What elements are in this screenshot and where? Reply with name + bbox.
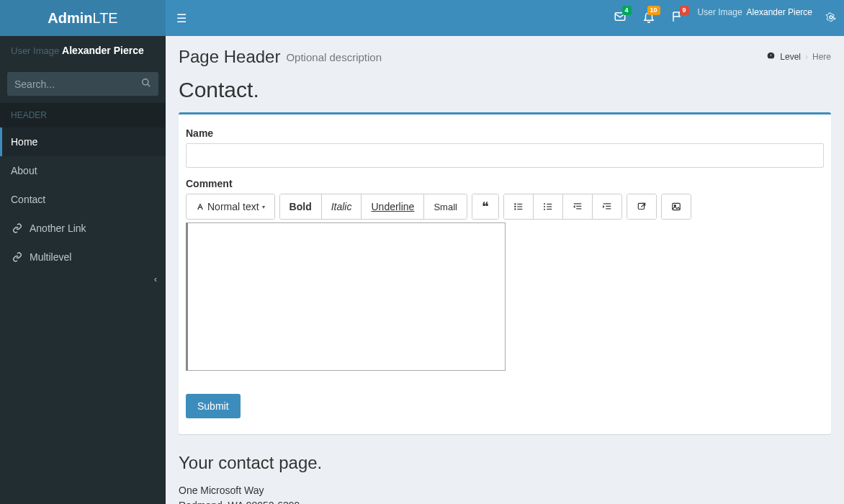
contact-heading: Contact. <box>179 78 831 102</box>
brand-logo[interactable]: AdminLTE <box>0 0 166 36</box>
main: ☰ 4 10 9 User Image Alexander Pierce . P… <box>166 0 844 504</box>
svg-rect-7 <box>517 206 522 207</box>
page-title: Page Header <box>179 47 280 67</box>
topbar-user[interactable]: User Image Alexander Pierce . <box>692 7 818 29</box>
image-button[interactable] <box>662 194 691 219</box>
svg-rect-21 <box>606 208 611 209</box>
submit-button[interactable]: Submit <box>186 394 241 418</box>
svg-rect-14 <box>544 209 545 210</box>
topbar-user-image-label: User Image Alexander Pierce <box>698 7 812 18</box>
breadcrumb: Level › Here <box>766 51 831 63</box>
font-icon <box>196 202 205 212</box>
quote-button[interactable]: ❝ <box>472 194 498 219</box>
svg-rect-18 <box>576 208 581 209</box>
svg-rect-11 <box>547 204 552 204</box>
svg-point-3 <box>830 16 832 19</box>
caret-down-icon: ▾ <box>262 204 265 210</box>
svg-line-1 <box>148 84 151 87</box>
comment-editor[interactable] <box>186 222 506 371</box>
sidebar-item-home[interactable]: Home <box>0 127 166 156</box>
breadcrumb-level[interactable]: Level <box>780 52 801 62</box>
comment-label: Comment <box>186 178 824 189</box>
name-input[interactable] <box>186 143 824 168</box>
search-input[interactable] <box>14 78 141 90</box>
svg-rect-17 <box>576 206 581 207</box>
underline-button[interactable]: Underline <box>361 194 423 219</box>
svg-rect-10 <box>544 203 545 204</box>
contact-form-box: Name Comment Normal text ▾ Bold I <box>179 112 831 434</box>
ul-button[interactable] <box>504 194 533 219</box>
editor-toolbar: Normal text ▾ Bold Italic Underline Smal… <box>186 194 824 220</box>
svg-rect-19 <box>603 203 611 204</box>
svg-point-4 <box>514 203 516 204</box>
small-button[interactable]: Small <box>423 194 467 219</box>
gear-icon[interactable] <box>818 12 844 25</box>
svg-rect-16 <box>574 203 582 204</box>
svg-rect-23 <box>673 203 681 210</box>
search-icon[interactable] <box>141 78 151 90</box>
topbar-mail[interactable]: 4 <box>606 10 634 26</box>
svg-rect-15 <box>547 209 552 210</box>
page-subtitle: Optional description <box>286 51 382 63</box>
bell-badge: 10 <box>647 6 660 15</box>
dashboard-icon <box>766 51 776 63</box>
svg-point-0 <box>143 79 148 85</box>
indent-button[interactable] <box>592 194 621 219</box>
svg-rect-13 <box>547 206 552 207</box>
sidebar-search[interactable] <box>7 72 158 96</box>
svg-rect-12 <box>544 206 545 207</box>
contact-page-heading: Your contact page. <box>179 453 831 473</box>
svg-point-6 <box>514 206 516 207</box>
font-style-dropdown[interactable]: Normal text ▾ <box>187 194 274 219</box>
svg-point-8 <box>514 208 516 210</box>
content-header: Page Header Optional description Level ›… <box>166 36 844 67</box>
sidebar-menu: Home About Contact Another Link Multilev… <box>0 127 166 271</box>
user-image-label: User Image <box>11 45 59 56</box>
topbar: ☰ 4 10 9 User Image Alexander Pierce . <box>166 0 844 36</box>
sidebar-item-multilevel[interactable]: Multilevel <box>0 243 166 271</box>
italic-button[interactable]: Italic <box>321 194 362 219</box>
svg-rect-9 <box>517 209 522 210</box>
link-button[interactable] <box>627 194 656 219</box>
sidebar: AdminLTE User Image Alexander Pierce HEA… <box>0 0 166 504</box>
svg-rect-5 <box>517 204 522 204</box>
sidebar-toggle-icon[interactable]: ☰ <box>166 12 197 25</box>
sidebar-item-another-link[interactable]: Another Link <box>0 214 166 243</box>
sidebar-item-contact[interactable]: Contact <box>0 185 166 214</box>
sidebar-item-about[interactable]: About <box>0 156 166 185</box>
mail-badge: 4 <box>622 6 632 15</box>
address: One Microsoft Way Redmond, WA 98052-6399 <box>179 483 831 504</box>
ol-button[interactable] <box>533 194 562 219</box>
quote-icon: ❝ <box>482 200 489 213</box>
svg-rect-22 <box>638 203 644 209</box>
topbar-flag[interactable]: 9 <box>663 10 692 26</box>
flag-badge: 9 <box>680 6 689 15</box>
bold-button[interactable]: Bold <box>280 194 321 219</box>
sidebar-user-panel: User Image Alexander Pierce <box>0 36 166 65</box>
breadcrumb-here: Here <box>812 52 831 62</box>
sidebar-menu-header: HEADER <box>0 103 166 127</box>
link-icon <box>11 222 24 234</box>
topbar-bell[interactable]: 10 <box>634 10 663 26</box>
sidebar-expander-icon[interactable]: ‹ <box>0 271 166 287</box>
content: Contact. Name Comment Normal text ▾ <box>166 67 844 504</box>
link-icon <box>11 251 24 263</box>
svg-rect-20 <box>606 206 611 207</box>
name-label: Name <box>186 127 824 139</box>
sidebar-user-name: Alexander Pierce <box>62 45 144 56</box>
outdent-button[interactable] <box>562 194 592 219</box>
